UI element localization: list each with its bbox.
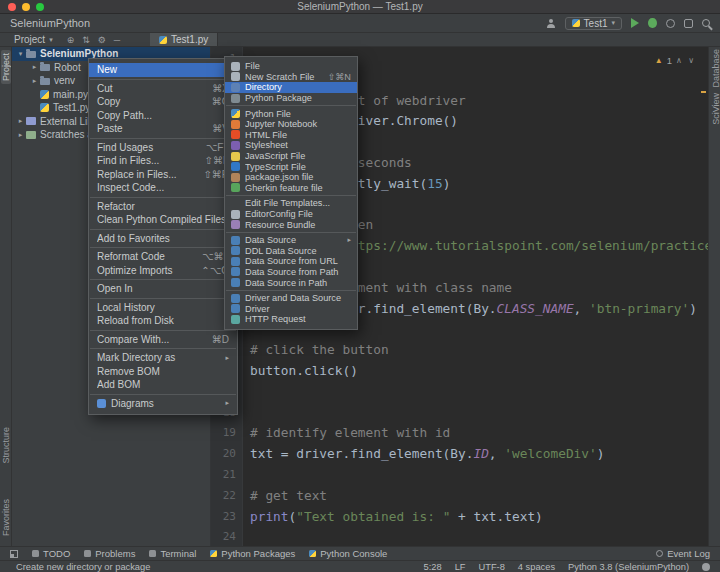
minimize-window-button[interactable] <box>22 3 30 11</box>
menu-item-replace-in-files[interactable]: Replace in Files...⇧⌘R <box>89 168 237 182</box>
menu-item-optimize-imports[interactable]: Optimize Imports⌃⌥O <box>89 264 237 278</box>
code-text[interactable] <box>243 403 250 424</box>
profiler-button[interactable] <box>684 19 693 28</box>
menu-item-data-source-in-path[interactable]: Data Source in Path <box>225 277 357 288</box>
line-number[interactable]: 21 <box>211 465 243 486</box>
menu-item-file[interactable]: File <box>225 61 357 72</box>
run-button[interactable] <box>631 18 639 28</box>
menu-item-open-in[interactable]: Open In▸ <box>89 282 237 296</box>
menu-item-add-to-favorites[interactable]: Add to Favorites▸ <box>89 232 237 246</box>
indent-style[interactable]: 4 spaces <box>518 562 555 572</box>
close-window-button[interactable] <box>8 3 16 11</box>
menu-item-edit-file-templates[interactable]: Edit File Templates... <box>225 198 357 209</box>
search-everywhere-icon[interactable] <box>702 19 710 27</box>
menu-item-cut[interactable]: Cut⌘X <box>89 82 237 96</box>
coverage-button[interactable] <box>666 19 675 28</box>
menu-item-gherkin-feature-file[interactable]: Gherkin feature file <box>225 183 357 194</box>
menu-item-find-usages[interactable]: Find Usages⌥F7 <box>89 141 237 155</box>
code-text[interactable] <box>243 465 250 486</box>
settings-gear-icon[interactable]: ⚙ <box>98 35 106 45</box>
tool-button-todo[interactable]: TODO <box>32 548 70 559</box>
menu-item-javascript-file[interactable]: JavaScript File <box>225 151 357 162</box>
menu-item-copy-path[interactable]: Copy Path... <box>89 109 237 123</box>
tool-button-database[interactable]: Database <box>711 49 720 88</box>
inspections-widget[interactable]: ▲ 1 ∧ ∨ <box>655 55 696 66</box>
menu-item-local-history[interactable]: Local History▸ <box>89 301 237 315</box>
tool-button-event-log[interactable]: Event Log <box>656 548 710 559</box>
menu-item-resource-bundle[interactable]: Resource Bundle <box>225 219 357 230</box>
menu-item-package-json-file[interactable]: package.json file <box>225 172 357 183</box>
code-text[interactable]: button.click() <box>243 361 358 382</box>
python-interpreter[interactable]: Python 3.8 (SeleniumPython) <box>568 562 689 572</box>
menu-item-new-scratch-file[interactable]: New Scratch File⇧⌘N <box>225 72 357 83</box>
tool-button-python-console[interactable]: Python Console <box>309 548 387 559</box>
file-encoding[interactable]: UTF-8 <box>479 562 505 572</box>
menu-item-driver-and-data-source[interactable]: Driver and Data Source <box>225 293 357 304</box>
tool-window-switcher-icon[interactable] <box>10 550 18 558</box>
tool-button-structure[interactable]: Structure <box>1 427 11 464</box>
inspections-level-icon[interactable] <box>702 563 710 571</box>
menu-item-new[interactable]: New▸ <box>89 63 237 77</box>
user-icon[interactable] <box>546 19 556 28</box>
menu-item-compare-with[interactable]: Compare With...⌘D <box>89 333 237 347</box>
menu-item-data-source-from-path[interactable]: Data Source from Path <box>225 267 357 278</box>
code-text[interactable]: # identify element with id <box>243 423 450 444</box>
menu-item-directory[interactable]: Directory <box>225 82 357 93</box>
line-separator[interactable]: LF <box>455 562 466 572</box>
tab-test1-py[interactable]: Test1.py <box>150 33 218 46</box>
code-text[interactable] <box>243 527 250 546</box>
code-text[interactable]: # get text <box>243 486 327 507</box>
menu-item-reformat-code[interactable]: Reformat Code⌥⌘L <box>89 250 237 264</box>
line-number[interactable]: 22 <box>211 486 243 507</box>
menu-item-jupyter-notebook[interactable]: Jupyter Notebook <box>225 119 357 130</box>
project-pane-title[interactable]: Project <box>14 34 45 45</box>
menu-item-add-bom[interactable]: Add BOM <box>89 378 237 392</box>
menu-item-http-request[interactable]: HTTP Request <box>225 314 357 325</box>
tool-button-python-packages[interactable]: Python Packages <box>210 548 295 559</box>
hide-panel-icon[interactable]: ─ <box>114 35 120 45</box>
line-number[interactable]: 20 <box>211 444 243 465</box>
line-number[interactable]: 19 <box>211 423 243 444</box>
select-opened-file-icon[interactable]: ⊕ <box>67 35 75 45</box>
tool-button-problems[interactable]: Problems <box>84 548 135 559</box>
menu-item-editorconfig-file[interactable]: EditorConfig File <box>225 209 357 220</box>
tool-button-favorites[interactable]: Favorites <box>1 499 11 536</box>
menu-item-copy[interactable]: Copy⌘C <box>89 95 237 109</box>
run-config-selector[interactable]: Test1 ▾ <box>565 17 622 30</box>
menu-item-html-file[interactable]: HTML File <box>225 130 357 141</box>
code-text[interactable]: # click the button <box>243 340 389 361</box>
line-number[interactable]: 23 <box>211 507 243 528</box>
menu-item-reload-from-disk[interactable]: Reload from Disk <box>89 314 237 328</box>
menu-item-clean-python-compiled-files[interactable]: Clean Python Compiled Files <box>89 213 237 227</box>
menu-item-diagrams[interactable]: Diagrams▸ <box>89 397 237 411</box>
menu-item-data-source-from-url[interactable]: Data Source from URL <box>225 256 357 267</box>
code-text[interactable]: print("Text obtained is: " + txt.text) <box>243 507 543 528</box>
line-number[interactable]: 24 <box>211 527 243 546</box>
zoom-window-button[interactable] <box>36 3 44 11</box>
project-breadcrumb[interactable]: SeleniumPython <box>10 17 90 29</box>
menu-item-data-source[interactable]: Data Source▸ <box>225 235 357 246</box>
menu-item-ddl-data-source[interactable]: DDL Data Source <box>225 246 357 257</box>
menu-item-find-in-files[interactable]: Find in Files...⇧⌘F <box>89 154 237 168</box>
menu-item-mark-directory-as[interactable]: Mark Directory as▸ <box>89 351 237 365</box>
menu-item-refactor[interactable]: Refactor▸ <box>89 200 237 214</box>
tool-button-terminal[interactable]: Terminal <box>149 548 196 559</box>
menu-item-stylesheet[interactable]: Stylesheet <box>225 140 357 151</box>
menu-item-label: Local History <box>97 302 217 313</box>
menu-item-remove-bom[interactable]: Remove BOM <box>89 365 237 379</box>
tool-button-sciview[interactable]: SciView <box>711 93 720 125</box>
menu-item-python-file[interactable]: Python File <box>225 108 357 119</box>
menu-item-typescript-file[interactable]: TypeScript File <box>225 161 357 172</box>
caret-position[interactable]: 5:28 <box>424 562 442 572</box>
menu-item-paste[interactable]: Paste⌘V <box>89 122 237 136</box>
tool-button-project[interactable]: Project <box>1 50 11 84</box>
python-icon <box>572 19 580 27</box>
debug-button[interactable] <box>648 18 657 28</box>
code-line: 17 <box>211 382 708 403</box>
code-text[interactable] <box>243 382 250 403</box>
code-text[interactable]: txt = driver.find_element(By.ID, 'welcom… <box>243 444 604 465</box>
menu-item-driver[interactable]: Driver <box>225 303 357 314</box>
menu-item-python-package[interactable]: Python Package <box>225 93 357 104</box>
menu-item-inspect-code[interactable]: Inspect Code... <box>89 181 237 195</box>
expand-all-icon[interactable]: ⇅ <box>82 35 90 45</box>
